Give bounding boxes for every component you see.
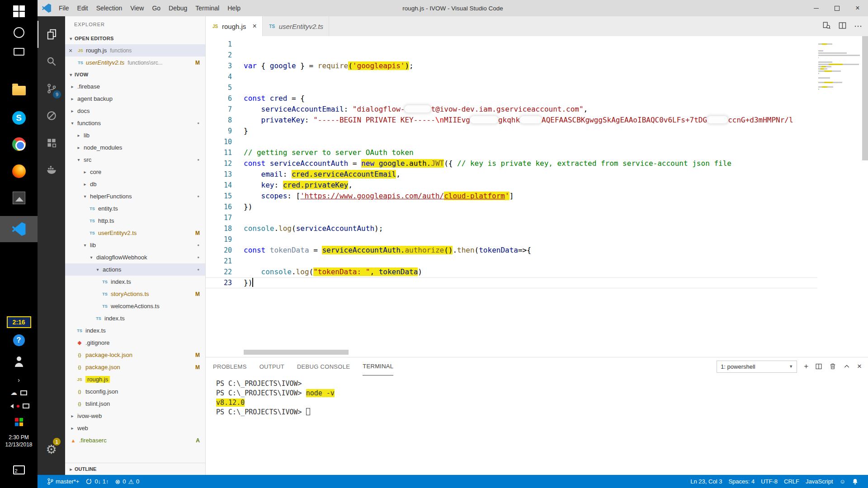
new-terminal-icon[interactable]: + (804, 362, 808, 371)
tree-file-userentityv2-ts[interactable]: TSuserEntityv2.tsM (65, 227, 205, 239)
maximize-panel-icon[interactable] (843, 363, 850, 370)
menu-file[interactable]: File (55, 5, 73, 12)
open-editors-header[interactable]: ▾ OPEN EDITORS (65, 33, 205, 44)
vertical-scrollbar[interactable] (862, 36, 868, 160)
tree-folder-ivow-web[interactable]: ▸ivow-web (65, 410, 205, 422)
chrome-icon[interactable] (0, 137, 38, 151)
source-control-icon[interactable]: 9 (38, 75, 65, 102)
onedrive-tray-icons[interactable]: ☁ (0, 389, 38, 397)
outline-header[interactable]: ▸ OUTLINE (65, 463, 205, 475)
tab-userentityv2-ts[interactable]: TSuserEntityv2.ts (263, 16, 329, 36)
tree-file-rough-js[interactable]: JSrough.js (65, 373, 205, 385)
tray-expand-icon[interactable]: › (0, 376, 38, 384)
feedback-smiley-icon[interactable]: ☺ (836, 478, 849, 485)
menu-terminal[interactable]: Terminal (191, 5, 223, 12)
tree-file-package-lock-json[interactable]: {}package-lock.jsonM (65, 349, 205, 361)
more-actions-icon[interactable]: ⋯ (854, 21, 863, 31)
tree-folder-lib[interactable]: ▾lib● (65, 239, 205, 251)
tree-folder-db[interactable]: ▸db (65, 178, 205, 190)
encoding-status[interactable]: UTF-8 (758, 478, 781, 485)
close-file-icon[interactable]: × (69, 47, 76, 54)
open-changes-icon[interactable] (822, 21, 831, 32)
project-header[interactable]: ▾ IVOW (65, 69, 205, 80)
people-icon[interactable] (0, 356, 38, 367)
tree-folder-functions[interactable]: ▾functions● (65, 117, 205, 129)
timer-badge[interactable]: 2:16 (0, 316, 38, 328)
help-icon[interactable]: ? (0, 334, 38, 346)
tree-file-storyactions-ts[interactable]: TSstoryActions.tsM (65, 288, 205, 300)
terminal-output[interactable]: PS C:\_PROJECTS\IVOW> PS C:\_PROJECTS\IV… (206, 375, 868, 475)
vscode-taskbar-icon[interactable] (0, 216, 38, 242)
menu-help[interactable]: Help (223, 5, 245, 12)
photos-icon[interactable] (0, 192, 38, 204)
action-center-icon[interactable]: 2 (0, 465, 38, 474)
cursor-position-status[interactable]: Ln 23, Col 3 (687, 478, 725, 485)
tree-folder-agent-backup[interactable]: ▸agent backup (65, 93, 205, 105)
tree-file-package-json[interactable]: {}package.jsonM (65, 361, 205, 373)
panel-tab-terminal[interactable]: TERMINAL (363, 357, 393, 375)
tab-rough-js[interactable]: JSrough.js× (206, 16, 263, 36)
debug-icon[interactable] (38, 102, 65, 129)
tree-file--firebaserc[interactable]: ▲.firebasercA (65, 434, 205, 446)
docker-icon[interactable] (38, 156, 65, 183)
cortana-icon[interactable] (0, 27, 38, 38)
minimize-button[interactable] (806, 0, 826, 16)
kill-terminal-icon[interactable] (829, 363, 836, 370)
close-window-button[interactable]: × (847, 0, 868, 16)
split-terminal-icon[interactable] (815, 363, 822, 370)
tree-folder-lib[interactable]: ▸lib (65, 129, 205, 141)
horizontal-scrollbar[interactable] (244, 350, 349, 355)
split-editor-icon[interactable] (838, 21, 847, 32)
tree-folder-core[interactable]: ▸core (65, 166, 205, 178)
menu-view[interactable]: View (126, 5, 148, 12)
tree-folder-web[interactable]: ▸web (65, 422, 205, 434)
search-icon[interactable] (38, 48, 65, 75)
tree-file--gitignore[interactable]: ◆.gitignore (65, 337, 205, 349)
git-branch-status[interactable]: master*+ (44, 478, 82, 485)
tree-file-welcomeactions-ts[interactable]: TSwelcomeActions.ts (65, 300, 205, 312)
open-editor-item[interactable]: ×JSrough.jsfunctions (65, 44, 205, 56)
tree-folder-actions[interactable]: ▾actions● (65, 263, 205, 276)
tree-folder-src[interactable]: ▾src● (65, 154, 205, 166)
firefox-icon[interactable] (0, 164, 38, 178)
tree-file-http-ts[interactable]: TShttp.ts (65, 215, 205, 227)
panel-tab-problems[interactable]: PROBLEMS (213, 357, 247, 375)
panel-tab-output[interactable]: OUTPUT (259, 357, 284, 375)
menu-go[interactable]: Go (148, 5, 165, 12)
open-editor-item[interactable]: TSuserEntityv2.tsfunctions\src...M (65, 56, 205, 69)
close-tab-icon[interactable]: × (252, 22, 256, 30)
code-editor[interactable]: 123var { google } = require('googleapis'… (206, 36, 868, 357)
tree-folder-docs[interactable]: ▸docs (65, 105, 205, 117)
notifications-bell-icon[interactable] (849, 478, 862, 485)
tree-file-index-ts[interactable]: TSindex.ts (65, 312, 205, 324)
tree-file-tsconfig-json[interactable]: {}tsconfig.json (65, 385, 205, 398)
tree-file-index-ts[interactable]: TSindex.ts (65, 324, 205, 337)
terminal-selector[interactable]: 1: powershell ▼ (717, 361, 797, 373)
maximize-button[interactable] (826, 0, 847, 16)
menu-selection[interactable]: Selection (92, 5, 127, 12)
menu-debug[interactable]: Debug (165, 5, 191, 12)
store-tiles-icon[interactable] (0, 418, 38, 426)
tree-file-tslint-json[interactable]: {}tslint.json (65, 398, 205, 410)
panel-tab-debug-console[interactable]: DEBUG CONSOLE (297, 357, 350, 375)
tree-folder-helperfunctions[interactable]: ▾helperFunctions● (65, 190, 205, 202)
close-panel-icon[interactable]: × (857, 362, 862, 371)
tree-folder-node-modules[interactable]: ▸node_modules (65, 141, 205, 154)
extensions-icon[interactable] (38, 129, 65, 156)
tree-file-entity-ts[interactable]: TSentity.ts (65, 202, 205, 215)
menu-edit[interactable]: Edit (73, 5, 92, 12)
manage-gear-icon[interactable]: ⚙ 1 (38, 436, 65, 463)
skype-icon[interactable]: S (0, 111, 38, 125)
start-button[interactable] (0, 5, 38, 17)
file-explorer-icon[interactable] (0, 86, 38, 95)
problems-status[interactable]: ⊗ 0 ⚠ 0 (112, 478, 142, 485)
volume-tray-icons[interactable] (0, 404, 38, 408)
git-sync-status[interactable]: 0↓ 1↑ (82, 478, 112, 485)
tree-folder--firebase[interactable]: ▸.firebase (65, 80, 205, 93)
eol-status[interactable]: CRLF (781, 478, 802, 485)
language-status[interactable]: JavaScript (802, 478, 836, 485)
minimap[interactable] (818, 39, 862, 91)
tree-folder-dialogflowwebhook[interactable]: ▾dialogflowWebhook● (65, 251, 205, 263)
taskbar-clock[interactable]: 2:30 PM12/13/2018 (0, 434, 38, 448)
tree-file-index-ts[interactable]: TSindex.ts (65, 276, 205, 288)
